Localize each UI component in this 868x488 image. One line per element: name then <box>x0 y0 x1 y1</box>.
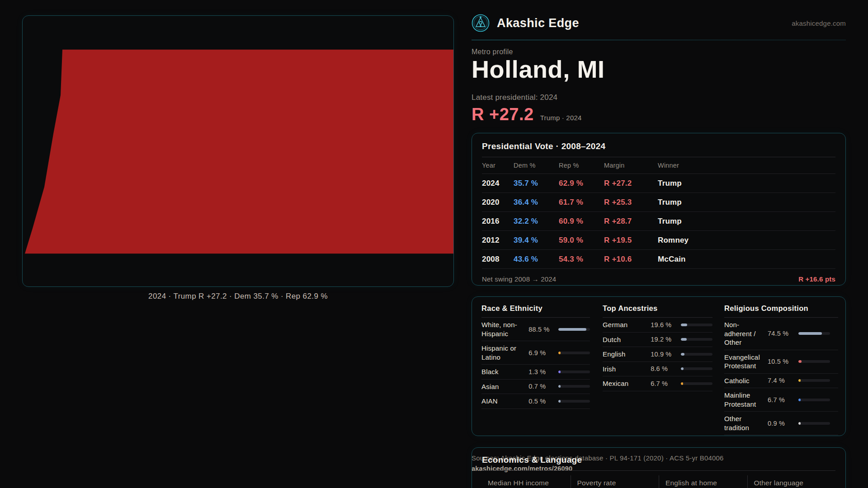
demo-value: 10.5 % <box>768 358 795 365</box>
demo-row: Irish8.6 % <box>603 362 712 377</box>
demo-bar <box>798 422 830 425</box>
demo-bar-fill <box>558 328 586 331</box>
vote-card-title: Presidential Vote · 2008–2024 <box>482 141 835 157</box>
demographics-card: Race & Ethnicity White, non-Hispanic88.5… <box>472 296 846 436</box>
demo-row: Hispanic or Latino6.9 % <box>481 341 590 365</box>
demo-bar-fill <box>558 400 561 403</box>
vote-winner: McCain <box>658 255 835 264</box>
vote-winner: Romney <box>658 236 835 245</box>
vote-table-body: 202435.7 %62.9 %R +27.2Trump202036.4 %61… <box>482 174 835 269</box>
vote-margin: R +10.6 <box>604 255 658 264</box>
demo-bar <box>558 400 590 403</box>
net-swing-row: Net swing 2008 → 2024 R +16.6 pts <box>482 269 835 283</box>
demo-label: Black <box>481 367 525 376</box>
stat-label: Other language <box>754 479 836 487</box>
top-ancestries-title: Top Ancestries <box>603 304 712 318</box>
map-caption: 2024 · Trump R +27.2 · Dem 35.7 % · Rep … <box>22 292 454 301</box>
demo-bar-fill <box>798 422 801 425</box>
demo-bar-fill <box>558 385 561 388</box>
top-ancestries-column: Top Ancestries German19.6 %Dutch19.2 %En… <box>598 297 721 436</box>
vote-winner: Trump <box>658 179 835 188</box>
economics-stat: English at home93.6 % <box>659 475 747 488</box>
demo-value: 0.5 % <box>528 398 555 405</box>
vote-rep-pct: 60.9 % <box>559 217 604 226</box>
economics-title: Economics & Language <box>482 455 835 471</box>
demo-bar <box>681 382 712 385</box>
vote-rep-pct: 59.0 % <box>559 236 604 245</box>
economics-card: Economics & Language Median HH income$59… <box>472 447 846 488</box>
vote-rep-pct: 61.7 % <box>559 198 604 207</box>
vote-margin: R +27.2 <box>604 179 658 188</box>
col-rep: Rep % <box>559 162 604 169</box>
vote-row: 202036.4 %61.7 %R +25.3Trump <box>482 193 835 212</box>
net-swing-value: R +16.6 pts <box>798 275 835 283</box>
metro-map-icon <box>23 16 453 286</box>
vote-row: 201239.4 %59.0 %R +19.5Romney <box>482 231 835 250</box>
demo-bar-fill <box>681 338 687 341</box>
vote-dem-pct: 32.2 % <box>514 217 559 226</box>
page-title: Holland, MI <box>472 55 605 83</box>
demo-label: Irish <box>603 365 647 374</box>
vote-year: 2020 <box>482 198 514 207</box>
stat-label: Median HH income <box>488 479 571 487</box>
headline-margin-row: R +27.2 Trump · 2024 <box>472 105 582 124</box>
vote-dem-pct: 36.4 % <box>514 198 559 207</box>
stat-label: Poverty rate <box>577 479 659 487</box>
vote-row: 201632.2 %60.9 %R +28.7Trump <box>482 212 835 231</box>
demo-bar-fill <box>558 371 561 373</box>
brand-domain-link[interactable]: akashicedge.com <box>792 19 846 27</box>
demo-bar <box>558 385 590 388</box>
economics-stat: Poverty rate9.5 % <box>571 475 659 488</box>
vote-row: 200843.6 %54.3 %R +10.6McCain <box>482 250 835 269</box>
col-year: Year <box>482 162 514 169</box>
demo-bar <box>558 371 590 373</box>
demo-row: Other tradition0.9 % <box>724 412 838 435</box>
vote-year: 2008 <box>482 255 514 264</box>
demo-row: Mexican6.7 % <box>603 376 712 391</box>
demo-bar <box>558 352 590 354</box>
demo-bar-fill <box>798 360 802 363</box>
demo-bar-fill <box>681 367 684 370</box>
race-ethnicity-column: Race & Ethnicity White, non-Hispanic88.5… <box>472 297 598 436</box>
demo-value: 6.7 % <box>651 380 677 387</box>
header-divider <box>472 40 846 40</box>
vote-margin: R +19.5 <box>604 236 658 245</box>
demo-label: Other tradition <box>724 414 764 432</box>
demo-value: 19.6 % <box>651 321 677 328</box>
demo-row: Mainline Protestant6.7 % <box>724 388 838 412</box>
demo-bar-fill <box>681 382 683 385</box>
demo-label: English <box>603 350 647 359</box>
demo-row: Evangelical Protestant10.5 % <box>724 350 838 374</box>
brand-logo-icon <box>472 14 490 32</box>
presidential-vote-card: Presidential Vote · 2008–2024 Year Dem %… <box>472 133 846 286</box>
demo-label: Mexican <box>603 379 647 388</box>
demo-label: Catholic <box>724 376 764 385</box>
vote-year: 2012 <box>482 236 514 245</box>
demo-bar-fill <box>558 352 561 354</box>
economics-stats: Median HH income$59,952Poverty rate9.5 %… <box>482 475 835 488</box>
vote-table-header: Year Dem % Rep % Margin Winner <box>482 157 835 174</box>
vote-rep-pct: 62.9 % <box>559 179 604 188</box>
demo-row: Black1.3 % <box>481 365 590 380</box>
religion-title: Religious Composition <box>724 304 838 318</box>
vote-dem-pct: 43.6 % <box>514 255 559 264</box>
economics-stat: Other language6.4 % <box>747 475 836 488</box>
latest-presidential-label: Latest presidential: 2024 <box>472 93 557 102</box>
demo-bar-fill <box>798 379 801 382</box>
net-swing-label: Net swing 2008 → 2024 <box>482 275 556 283</box>
metro-shape <box>25 50 453 253</box>
vote-dem-pct: 39.4 % <box>514 236 559 245</box>
demo-bar <box>798 360 830 363</box>
demo-value: 10.9 % <box>651 351 677 358</box>
demo-bar <box>681 353 712 356</box>
demo-bar <box>798 332 830 335</box>
demo-bar-fill <box>798 332 822 335</box>
religion-column: Religious Composition Non-adherent / Oth… <box>721 297 846 436</box>
demo-bar <box>681 338 712 341</box>
vote-margin: R +25.3 <box>604 198 658 207</box>
col-winner: Winner <box>658 162 835 169</box>
vote-dem-pct: 35.7 % <box>514 179 559 188</box>
demo-bar <box>798 379 830 382</box>
demo-row: AIAN0.5 % <box>481 394 590 409</box>
demo-label: Asian <box>481 382 525 391</box>
